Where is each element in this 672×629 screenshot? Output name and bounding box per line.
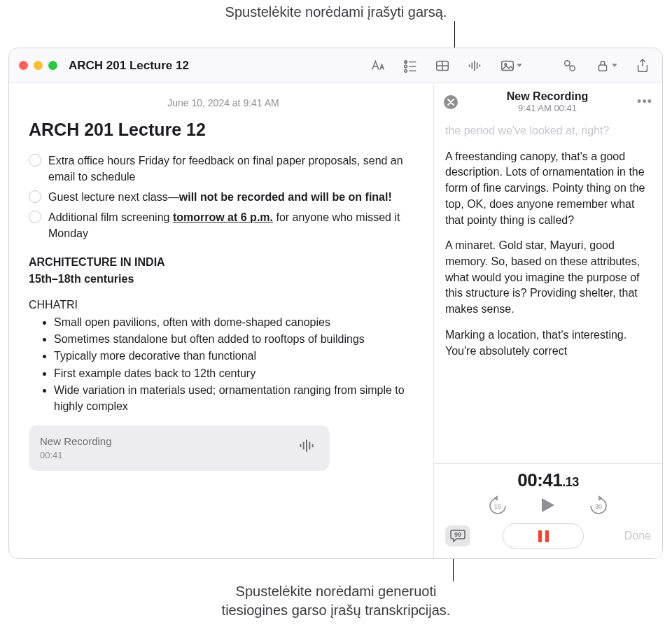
skip-back-15-button[interactable]: 15: [487, 495, 508, 516]
svg-point-2: [405, 65, 407, 68]
transcript-paragraph: A freestanding canopy, that's a good des…: [445, 149, 651, 229]
callout-top: Spustelėkite norėdami įrašyti garsą.: [0, 4, 672, 20]
lock-button[interactable]: [592, 57, 620, 75]
pause-record-button[interactable]: [503, 523, 584, 549]
window-minimize-button[interactable]: [34, 61, 43, 70]
svg-text:30: 30: [595, 503, 602, 510]
link-button[interactable]: [560, 57, 580, 75]
checklist-button[interactable]: [400, 57, 420, 75]
list-item: First example dates back to 12th century: [54, 365, 418, 381]
checklist-text: Additional film screening tomorrow at 6 …: [48, 209, 418, 241]
checklist-item[interactable]: Guest lecture next class—will not be rec…: [29, 189, 418, 205]
recording-attachment-title: New Recording: [40, 434, 286, 449]
table-button[interactable]: [433, 57, 452, 75]
transcribe-button[interactable]: 99: [445, 525, 470, 546]
text-format-button[interactable]: [368, 57, 388, 75]
checkbox-icon[interactable]: [29, 190, 41, 203]
section-heading: ARCHITECTURE IN INDIA: [29, 254, 418, 270]
timecode: 00:41.13: [445, 469, 651, 491]
recording-attachment-duration: 00:41: [40, 449, 286, 462]
app-window: ARCH 201 Lecture 12: [8, 48, 663, 559]
checkbox-icon[interactable]: [29, 211, 41, 223]
section-subheading: 15th–18th centuries: [29, 271, 418, 287]
done-button[interactable]: Done: [616, 530, 651, 542]
media-button[interactable]: [497, 57, 525, 75]
recording-controls: 00:41.13 15: [434, 463, 662, 558]
window-title: ARCH 201 Lecture 12: [69, 59, 189, 73]
skip-forward-30-button[interactable]: 30: [588, 495, 609, 516]
checklist-text: Guest lecture next class—will not be rec…: [48, 189, 418, 205]
pause-icon: [538, 530, 549, 542]
share-button[interactable]: [633, 57, 652, 75]
recording-panel: New Recording 9:41 AM 00:41 ••• the peri…: [434, 83, 662, 558]
recording-time-label: 9:41 AM 00:41: [458, 103, 637, 113]
traffic-lights: [19, 61, 57, 70]
note-body[interactable]: June 10, 2024 at 9:41 AM ARCH 201 Lectur…: [9, 83, 434, 558]
svg-point-16: [565, 60, 570, 65]
close-recording-button[interactable]: [444, 95, 458, 109]
list-item: Small open pavilions, often with dome-sh…: [54, 314, 418, 330]
note-date: June 10, 2024 at 9:41 AM: [29, 96, 418, 110]
recording-title: New Recording: [458, 90, 637, 103]
transcript-paragraph: Marking a location, that's interesting. …: [445, 327, 651, 359]
toolbar: [368, 57, 652, 75]
subhead: CHHATRI: [29, 297, 418, 313]
list-item: Wide variation in materials used; orname…: [54, 382, 418, 414]
checklist: Extra office hours Friday for feedback o…: [29, 153, 418, 242]
record-audio-button[interactable]: [465, 57, 484, 75]
list-item: Sometimes standalone but often added to …: [54, 331, 418, 347]
checkbox-icon[interactable]: [29, 154, 41, 167]
waveform-icon: [295, 437, 318, 459]
checklist-text: Extra office hours Friday for feedback o…: [48, 153, 418, 185]
callout-bottom: Spustelėkite norėdami generuoti tiesiogi…: [0, 582, 672, 620]
svg-text:15: 15: [494, 503, 501, 510]
note-heading: ARCH 201 Lecture 12: [29, 117, 418, 142]
checklist-item[interactable]: Additional film screening tomorrow at 6 …: [29, 209, 418, 241]
recording-attachment[interactable]: New Recording 00:41: [29, 425, 330, 471]
svg-rect-18: [599, 65, 607, 71]
window-close-button[interactable]: [19, 61, 28, 70]
transcript-line-faded: the period we've looked at, right?: [445, 123, 651, 139]
bullet-list: Small open pavilions, often with dome-sh…: [29, 314, 418, 414]
play-button[interactable]: [540, 497, 556, 516]
svg-point-17: [570, 66, 575, 71]
callout-bottom-line: [453, 559, 454, 581]
checklist-item[interactable]: Extra office hours Friday for feedback o…: [29, 153, 418, 185]
window-zoom-button[interactable]: [48, 61, 57, 70]
titlebar: ARCH 201 Lecture 12: [9, 48, 662, 83]
transcript-paragraph: A minaret. Gold star, Mayuri, good memor…: [445, 238, 651, 318]
list-item: Typically more decorative than functiona…: [54, 348, 418, 364]
more-options-button[interactable]: •••: [637, 94, 652, 109]
svg-point-4: [405, 69, 407, 72]
transcript[interactable]: the period we've looked at, right? A fre…: [434, 118, 662, 463]
svg-text:99: 99: [454, 531, 461, 538]
